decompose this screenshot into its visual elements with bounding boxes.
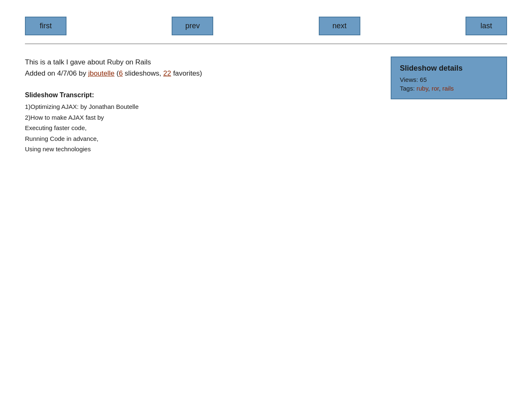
transcript-title: Slideshow Transcript: bbox=[25, 91, 378, 99]
favorites-link[interactable]: 22 bbox=[163, 69, 171, 77]
last-button[interactable]: last bbox=[466, 17, 507, 35]
slideshows-label: slideshows, bbox=[125, 69, 161, 77]
transcript-line: Executing faster code, bbox=[25, 123, 378, 133]
first-button[interactable]: first bbox=[25, 17, 66, 35]
slideshow-details-tags: Tags: ruby, ror, rails bbox=[400, 85, 498, 92]
main-content: This is a talk I gave about Ruby on Rail… bbox=[0, 44, 532, 167]
tags-label: Tags: bbox=[400, 85, 415, 92]
next-button[interactable]: next bbox=[319, 17, 360, 35]
description-area: This is a talk I gave about Ruby on Rail… bbox=[25, 57, 378, 155]
views-count: 65 bbox=[420, 76, 427, 83]
author-link[interactable]: jboutelle bbox=[88, 69, 114, 77]
slideshow-details-views: Views: 65 bbox=[400, 76, 498, 83]
transcript-line: Using new technologies bbox=[25, 144, 378, 155]
prev-button[interactable]: prev bbox=[172, 17, 213, 35]
transcript-line: Running Code in advance, bbox=[25, 133, 378, 144]
transcript-section: Slideshow Transcript: 1)Optimizing AJAX:… bbox=[25, 91, 378, 155]
transcript-line: 1)Optimizing AJAX: by Jonathan Boutelle bbox=[25, 101, 378, 112]
description-text: This is a talk I gave about Ruby on Rail… bbox=[25, 57, 378, 79]
slideshow-details-title: Slideshow details bbox=[400, 64, 498, 73]
navigation-bar: first prev next last bbox=[0, 0, 532, 44]
tag-ror-link[interactable]: ror bbox=[431, 85, 439, 92]
transcript-line: 2)How to make AJAX fast by bbox=[25, 112, 378, 123]
views-label: Views: bbox=[400, 76, 418, 83]
favorites-label: favorites) bbox=[173, 69, 202, 77]
transcript-body: 1)Optimizing AJAX: by Jonathan Boutelle2… bbox=[25, 101, 378, 155]
tag-ruby-link[interactable]: ruby bbox=[416, 85, 428, 92]
description-line2-prefix: Added on 4/7/06 by bbox=[25, 69, 88, 77]
slideshows-link[interactable]: 6 bbox=[119, 69, 123, 77]
tag-rails-link[interactable]: rails bbox=[442, 85, 454, 92]
slideshow-details-panel: Slideshow details Views: 65 Tags: ruby, … bbox=[391, 57, 507, 99]
description-line1: This is a talk I gave about Ruby on Rail… bbox=[25, 58, 151, 66]
